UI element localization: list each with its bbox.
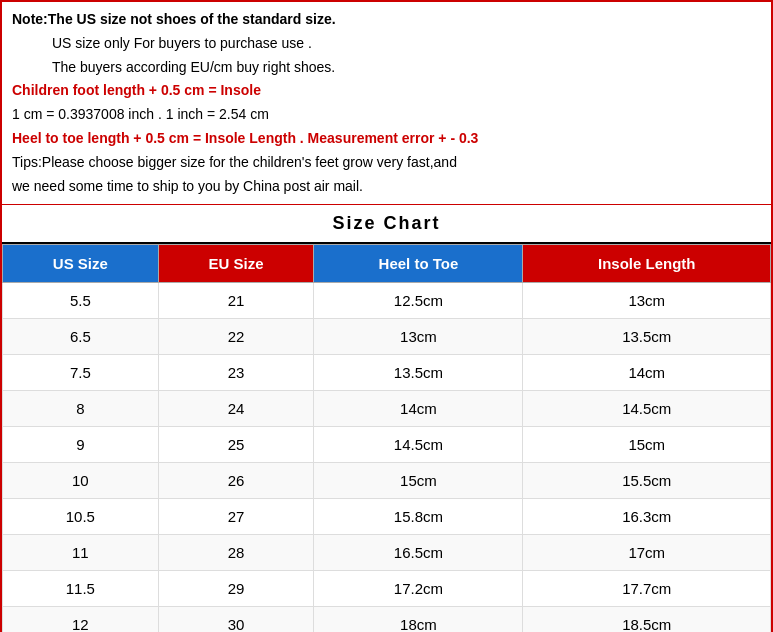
table-cell: 30 [158, 607, 314, 632]
table-row: 6.52213cm13.5cm [3, 319, 771, 355]
table-cell: 15cm [314, 463, 523, 499]
table-cell: 18cm [314, 607, 523, 632]
table-cell: 17cm [523, 535, 771, 571]
main-container: Note:The US size not shoes of the standa… [0, 0, 773, 632]
table-cell: 26 [158, 463, 314, 499]
table-row: 123018cm18.5cm [3, 607, 771, 632]
note-label: Note:The US size not shoes of the standa… [12, 11, 336, 27]
header-heel-to-toe: Heel to Toe [314, 245, 523, 283]
table-row: 11.52917.2cm17.7cm [3, 571, 771, 607]
table-cell: 14cm [523, 355, 771, 391]
note-line-8: we need some time to ship to you by Chin… [12, 175, 761, 199]
note-line-7: Tips:Please choose bigger size for the c… [12, 151, 761, 175]
table-row: 112816.5cm17cm [3, 535, 771, 571]
table-row: 82414cm14.5cm [3, 391, 771, 427]
table-cell: 13cm [523, 283, 771, 319]
note-line-3: The buyers according EU/cm buy right sho… [12, 56, 761, 80]
table-cell: 29 [158, 571, 314, 607]
table-row: 102615cm15.5cm [3, 463, 771, 499]
note-line-2: US size only For buyers to purchase use … [12, 32, 761, 56]
table-cell: 24 [158, 391, 314, 427]
table-cell: 14.5cm [314, 427, 523, 463]
table-cell: 28 [158, 535, 314, 571]
table-row: 10.52715.8cm16.3cm [3, 499, 771, 535]
table-cell: 15cm [523, 427, 771, 463]
table-cell: 11 [3, 535, 159, 571]
table-row: 7.52313.5cm14cm [3, 355, 771, 391]
notes-section: Note:The US size not shoes of the standa… [2, 2, 771, 205]
table-cell: 17.2cm [314, 571, 523, 607]
table-row: 92514.5cm15cm [3, 427, 771, 463]
table-cell: 7.5 [3, 355, 159, 391]
table-cell: 21 [158, 283, 314, 319]
header-eu-size: EU Size [158, 245, 314, 283]
header-insole-length: Insole Length [523, 245, 771, 283]
table-cell: 18.5cm [523, 607, 771, 632]
table-cell: 8 [3, 391, 159, 427]
table-cell: 6.5 [3, 319, 159, 355]
table-cell: 16.3cm [523, 499, 771, 535]
table-cell: 13.5cm [314, 355, 523, 391]
table-cell: 23 [158, 355, 314, 391]
table-cell: 14cm [314, 391, 523, 427]
table-header-row: US Size EU Size Heel to Toe Insole Lengt… [3, 245, 771, 283]
note-line-4: Children foot length + 0.5 cm = Insole [12, 79, 761, 103]
table-cell: 27 [158, 499, 314, 535]
table-cell: 5.5 [3, 283, 159, 319]
table-cell: 13.5cm [523, 319, 771, 355]
table-cell: 10 [3, 463, 159, 499]
table-cell: 14.5cm [523, 391, 771, 427]
table-cell: 12.5cm [314, 283, 523, 319]
size-chart-table: US Size EU Size Heel to Toe Insole Lengt… [2, 244, 771, 632]
header-us-size: US Size [3, 245, 159, 283]
note-line-6: Heel to toe length + 0.5 cm = Insole Len… [12, 127, 761, 151]
chart-title: Size Chart [2, 205, 771, 244]
table-cell: 15.5cm [523, 463, 771, 499]
note-line-1: Note:The US size not shoes of the standa… [12, 8, 761, 32]
table-row: 5.52112.5cm13cm [3, 283, 771, 319]
table-cell: 17.7cm [523, 571, 771, 607]
table-cell: 12 [3, 607, 159, 632]
table-cell: 22 [158, 319, 314, 355]
note-line-5: 1 cm = 0.3937008 inch . 1 inch = 2.54 cm [12, 103, 761, 127]
table-cell: 11.5 [3, 571, 159, 607]
table-cell: 13cm [314, 319, 523, 355]
table-cell: 16.5cm [314, 535, 523, 571]
table-cell: 25 [158, 427, 314, 463]
table-cell: 9 [3, 427, 159, 463]
table-cell: 10.5 [3, 499, 159, 535]
table-cell: 15.8cm [314, 499, 523, 535]
